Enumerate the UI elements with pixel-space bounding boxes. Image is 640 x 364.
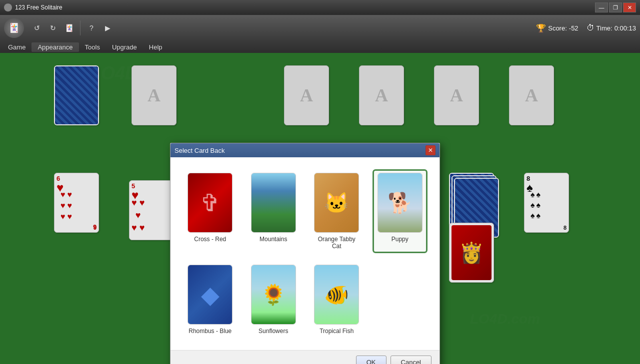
menu-help[interactable]: Help	[143, 42, 168, 52]
dialog-titlebar: Select Card Back ✕	[170, 143, 440, 157]
dialog-title: Select Card Back	[174, 147, 224, 154]
card-thumbnail-mountains	[251, 173, 296, 233]
titlebar: 123 Free Solitaire — ❐ ✕	[0, 0, 640, 15]
card-thumbnail-sunflowers: 🌻	[251, 265, 296, 325]
card-option-tropical-fish[interactable]: 🐠 Tropical Fish	[309, 261, 364, 338]
card-thumbnail-tropical-fish: 🐠	[314, 265, 359, 325]
menu-tools[interactable]: Tools	[79, 42, 106, 52]
card-label-rhombus: Rhombus - Blue	[188, 328, 232, 335]
dialog-footer: OK Cancel	[170, 350, 440, 364]
card-thumbnail-rhombus	[188, 265, 232, 325]
titlebar-title: 123 Free Solitaire	[15, 4, 62, 11]
card-option-rhombus[interactable]: Rhombus - Blue	[182, 261, 238, 338]
card-back-grid: Cross - Red Mountains 🐱 Or	[178, 165, 432, 342]
game-area: LO4D.com LO4D.com A A A A A 6 ♥ 6 ♥♥ ♥♥ …	[0, 53, 640, 364]
dialog-close-button[interactable]: ✕	[426, 145, 436, 155]
card-option-sunflowers[interactable]: 🌻 Sunflowers	[246, 261, 302, 338]
card-thumbnail-cross-red	[188, 173, 232, 233]
toolbar-btn-1[interactable]: ↺	[30, 21, 44, 35]
titlebar-left: 123 Free Solitaire	[4, 3, 62, 11]
select-card-back-dialog: Select Card Back ✕ Cross - Red	[170, 143, 440, 364]
card-option-puppy[interactable]: 🐕 Puppy	[372, 169, 428, 253]
maximize-button[interactable]: ❐	[609, 2, 622, 12]
card-label-tropical-fish: Tropical Fish	[320, 328, 354, 335]
toolbar-divider	[80, 20, 80, 35]
card-thumbnail-cat: 🐱	[314, 173, 359, 233]
toolbar-btn-help[interactable]: ?	[84, 21, 98, 35]
score-display: 🏆 Score: -52	[536, 23, 578, 33]
empty-slot	[372, 261, 418, 338]
cat-preview: 🐱	[314, 173, 358, 232]
toolbar-btn-2[interactable]: ↻	[46, 21, 60, 35]
dialog-overlay: Select Card Back ✕ Cross - Red	[0, 53, 640, 364]
card-thumbnail-puppy: 🐕	[378, 173, 422, 233]
score-label: Score:	[548, 24, 567, 32]
time-display: ⏱ Time: 0:00:13	[586, 23, 636, 32]
card-label-puppy: Puppy	[392, 236, 408, 243]
sunflowers-preview: 🌻	[252, 265, 296, 324]
toolbar: 🃏 ↺ ↻ 🃏 ? ▶ 🏆 Score: -52 ⏱ Time: 0:00:13	[0, 15, 640, 41]
toolbar-btn-play[interactable]: ▶	[100, 21, 114, 35]
time-value: 0:00:13	[614, 24, 636, 32]
app-logo: 🃏	[4, 18, 24, 38]
cross-red-preview	[188, 173, 232, 232]
puppy-preview: 🐕	[378, 173, 422, 232]
card-label-sunflowers: Sunflowers	[258, 328, 288, 335]
menu-upgrade[interactable]: Upgrade	[106, 42, 143, 52]
card-option-cat[interactable]: 🐱 Orange Tabby Cat	[309, 169, 364, 253]
mountains-preview	[252, 173, 296, 232]
titlebar-controls: — ❐ ✕	[595, 2, 636, 12]
dialog-content: Cross - Red Mountains 🐱 Or	[170, 157, 440, 350]
card-option-cross-red[interactable]: Cross - Red	[182, 169, 238, 253]
card-option-mountains[interactable]: Mountains	[246, 169, 302, 253]
tropical-fish-preview: 🐠	[314, 265, 358, 324]
card-label-mountains: Mountains	[260, 236, 287, 243]
ok-button[interactable]: OK	[356, 356, 386, 364]
minimize-button[interactable]: —	[595, 2, 608, 12]
cancel-button[interactable]: Cancel	[390, 356, 432, 364]
menu-appearance[interactable]: Appearance	[32, 42, 78, 52]
score-value: -52	[569, 24, 578, 32]
card-label-cross-red: Cross - Red	[194, 236, 226, 243]
app-icon	[4, 3, 12, 11]
toolbar-btn-3[interactable]: 🃏	[62, 21, 76, 35]
time-icon: ⏱	[586, 23, 594, 32]
score-icon: 🏆	[536, 23, 546, 33]
time-label: Time:	[596, 24, 612, 32]
menu-game[interactable]: Game	[2, 42, 32, 52]
close-button[interactable]: ✕	[623, 2, 636, 12]
rhombus-preview	[188, 265, 232, 324]
card-label-cat: Orange Tabby Cat	[312, 236, 361, 250]
menubar: Game Appearance Tools Upgrade Help	[0, 41, 640, 53]
